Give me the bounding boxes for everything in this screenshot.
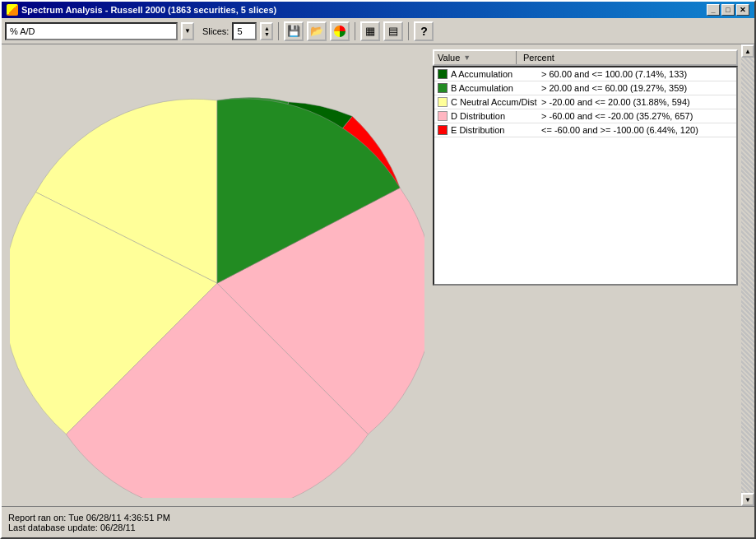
legend-label-a: A Accumulation [451,69,541,79]
close-button[interactable]: ✕ [736,4,749,16]
chart-area [2,44,433,506]
window-controls: _ □ ✕ [707,4,749,16]
title-bar: Spectrum Analysis - Russell 2000 (1863 s… [2,2,754,18]
open-button[interactable]: 📂 [307,21,327,41]
legend-range-c: > -20.00 and <= 20.00 (31.88%, 594) [541,97,733,107]
pie-chart [10,53,424,498]
maximize-button[interactable]: □ [721,4,735,16]
status-line-1: Report ran on: Tue 06/28/11 4:36:51 PM [8,513,748,523]
status-bar: Report ran on: Tue 06/28/11 4:36:51 PM L… [2,506,754,537]
legend-empty-space [433,286,738,502]
scrollbar: ▲ ▼ [741,44,754,506]
pie-chart-button[interactable] [330,21,350,41]
legend-header: Value ▼ Percent [433,49,738,66]
legend-range-e: <= -60.00 and >= -100.00 (6.44%, 120) [541,125,733,135]
slices-label: Slices: [202,26,229,36]
help-icon: ? [420,25,428,38]
metric-dropdown[interactable]: % A/D [5,22,178,40]
list-item: E Distribution <= -60.00 and >= -100.00 … [434,123,736,137]
legend-range-d: > -60.00 and <= -20.00 (35.27%, 657) [541,111,733,121]
grid-icon: ▦ [365,25,375,37]
color-swatch-e [438,125,448,135]
legend-range-a: > 60.00 and <= 100.00 (7.14%, 133) [541,69,733,79]
list-item: A Accumulation > 60.00 and <= 100.00 (7.… [434,67,736,81]
columns-button[interactable]: ▤ [383,21,403,41]
legend-label-c: C Neutral Accum/Dist [451,97,541,107]
scroll-up-button[interactable]: ▲ [741,44,754,58]
save-button[interactable]: 💾 [284,21,304,41]
columns-icon: ▤ [388,25,398,37]
color-swatch-d [438,111,448,121]
help-button[interactable]: ? [414,21,434,41]
list-item: C Neutral Accum/Dist > -20.00 and <= 20.… [434,95,736,109]
toolbar-separator-3 [408,22,409,40]
sort-icon: ▼ [463,53,471,62]
window-title: Spectrum Analysis - Russell 2000 (1863 s… [21,5,276,15]
percent-header-text: Percent [523,53,554,63]
open-icon: 📂 [310,25,323,37]
list-item: D Distribution > -60.00 and <= -20.00 (3… [434,109,736,123]
scroll-track[interactable] [741,58,754,493]
color-swatch-a [438,69,448,79]
color-swatch-c [438,97,448,107]
dropdown-value: % A/D [10,26,35,36]
slices-spinner[interactable]: ▲ ▼ [260,22,273,40]
pie-icon [333,25,346,38]
app-icon [7,4,18,16]
dropdown-arrow[interactable]: ▼ [181,22,194,40]
toolbar: % A/D ▼ Slices: 5 ▲ ▼ 💾 📂 ▦ [2,18,754,44]
toolbar-separator-1 [278,22,279,40]
toolbar-separator-2 [355,22,355,40]
legend-value-header[interactable]: Value ▼ [434,51,517,64]
legend-label-b: B Accumulation [451,83,541,93]
list-item: B Accumulation > 20.00 and <= 60.00 (19.… [434,81,736,95]
legend-label-e: E Distribution [451,125,541,135]
value-header-text: Value [438,53,460,63]
slices-input[interactable]: 5 [232,22,257,40]
status-line-2: Last database update: 06/28/11 [8,523,748,532]
grid-view-button[interactable]: ▦ [360,21,380,41]
slices-value: 5 [237,26,242,36]
main-window: Spectrum Analysis - Russell 2000 (1863 s… [0,0,756,539]
minimize-button[interactable]: _ [707,4,720,16]
legend-range-b: > 20.00 and <= 60.00 (19.27%, 359) [541,83,733,93]
legend-label-d: D Distribution [451,111,541,121]
color-swatch-b [438,83,448,93]
legend-percent-header[interactable]: Percent [517,51,736,64]
legend-table: A Accumulation > 60.00 and <= 100.00 (7.… [433,66,738,286]
title-bar-content: Spectrum Analysis - Russell 2000 (1863 s… [7,4,276,16]
save-icon: 💾 [287,25,300,37]
scroll-down-button[interactable]: ▼ [741,493,754,506]
